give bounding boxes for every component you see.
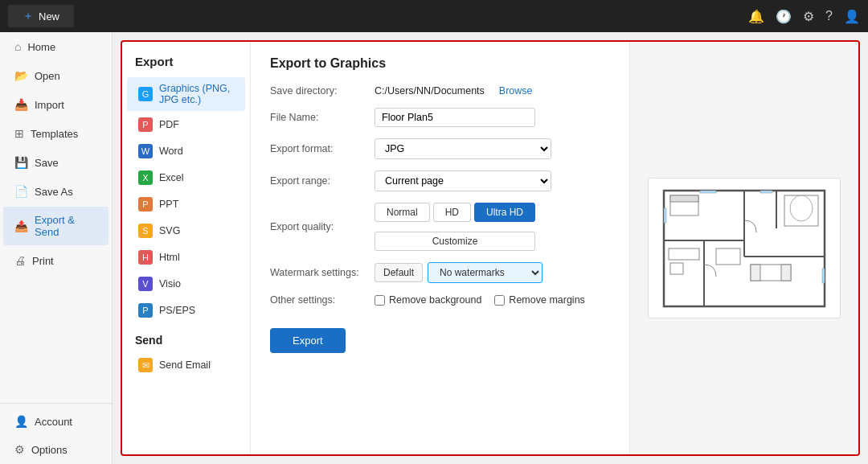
export-format-select[interactable]: JPG PNG BMP GIF TIFF — [375, 138, 551, 159]
ppt-icon: P — [138, 197, 153, 211]
preview-panel — [629, 42, 858, 454]
save-directory-row: Save directory: C:/Users/NN/Documents Br… — [270, 85, 610, 96]
export-nav-label: Html — [159, 252, 180, 263]
sidebar-item-open[interactable]: 📂 Open — [3, 62, 108, 89]
file-name-row: File Name: — [270, 108, 610, 127]
quality-buttons: Normal HD Ultra HD — [375, 203, 535, 222]
print-icon: 🖨 — [14, 254, 26, 267]
sidebar-item-import[interactable]: 📥 Import — [3, 91, 108, 118]
svg-rect-11 — [716, 248, 740, 265]
sidebar-item-label: Account — [35, 416, 72, 428]
clock-icon[interactable]: 🕐 — [776, 9, 792, 24]
svg-rect-18 — [664, 208, 666, 223]
excel-icon: X — [138, 170, 153, 185]
sidebar-item-print[interactable]: 🖨 Print — [3, 247, 108, 274]
svg-rect-10 — [781, 265, 791, 281]
quality-hd-btn[interactable]: HD — [433, 203, 471, 222]
remove-bg-label: Remove background — [389, 294, 481, 306]
visio-icon: V — [138, 277, 153, 291]
sidebar-item-account[interactable]: 👤 Account — [3, 408, 108, 435]
other-settings-label: Other settings: — [270, 294, 366, 306]
export-nav-word[interactable]: W Word — [127, 138, 245, 164]
other-settings-row: Other settings: Remove background Remove… — [270, 294, 610, 306]
export-icon: 📤 — [14, 220, 28, 232]
open-icon: 📂 — [14, 69, 28, 82]
svg-rect-9 — [751, 265, 760, 281]
export-nav-svg[interactable]: S SVG — [127, 218, 245, 244]
file-name-label: File Name: — [270, 112, 366, 123]
svg-icon: S — [138, 224, 153, 238]
export-format-label: Export format: — [270, 143, 366, 154]
user-icon[interactable]: 👤 — [844, 9, 860, 24]
watermark-label: Watermark settings: — [270, 267, 366, 278]
customize-btn[interactable]: Customize — [375, 232, 535, 251]
options-icon: ⚙ — [14, 443, 25, 456]
export-nav-title: Export — [122, 50, 250, 76]
export-nav-label: Send Email — [159, 359, 211, 371]
export-range-row: Export range: Current page All pages Sel… — [270, 170, 610, 191]
sidebar-item-save-as[interactable]: 📄 Save As — [3, 178, 108, 205]
export-nav-visio[interactable]: V Visio — [127, 271, 245, 297]
html-icon: H — [138, 250, 153, 265]
sidebar-item-label: Export & Send — [35, 214, 97, 238]
templates-icon: ⊞ — [14, 127, 24, 140]
sidebar-item-label: Open — [35, 70, 60, 82]
export-main: Export to Graphics Save directory: C:/Us… — [251, 42, 629, 454]
svg-rect-17 — [760, 191, 772, 193]
export-nav-html[interactable]: H Html — [127, 244, 245, 270]
preview-box — [648, 178, 841, 318]
export-nav-pdf[interactable]: P PDF — [127, 112, 245, 138]
svg-point-13 — [790, 195, 813, 221]
settings-icon[interactable]: ⚙ — [803, 9, 814, 24]
browse-button[interactable]: Browse — [499, 85, 533, 96]
export-container: Export G Graphics (PNG, JPG etc.) P PDF … — [121, 40, 860, 456]
remove-margins-checkbox[interactable]: Remove margins — [494, 294, 584, 306]
export-button[interactable]: Export — [270, 328, 346, 353]
account-icon: 👤 — [14, 415, 28, 428]
send-section-title: Send — [122, 324, 250, 351]
save-as-icon: 📄 — [14, 185, 28, 198]
sidebar-item-options[interactable]: ⚙ Options — [3, 436, 108, 463]
remove-bg-checkbox[interactable]: Remove background — [375, 294, 481, 306]
main-layout: ⌂ Home 📂 Open 📥 Import ⊞ Templates 💾 Sav… — [0, 32, 868, 464]
top-bar-icons: 🔔 🕐 ⚙ ? 👤 — [748, 9, 860, 24]
file-name-input[interactable] — [375, 108, 535, 127]
floor-plan-preview — [656, 184, 833, 313]
sidebar-item-home[interactable]: ⌂ Home — [3, 33, 108, 60]
watermark-default: Default — [375, 263, 423, 282]
help-icon[interactable]: ? — [825, 9, 833, 23]
sidebar-item-templates[interactable]: ⊞ Templates — [3, 120, 108, 147]
export-nav-label: SVG — [159, 225, 180, 236]
svg-rect-14 — [669, 248, 699, 260]
save-directory-value: C:/Users/NN/Documents — [375, 85, 485, 96]
export-nav-label: Word — [159, 146, 183, 157]
remove-bg-input[interactable] — [375, 295, 385, 306]
remove-margins-label: Remove margins — [509, 294, 584, 306]
export-nav-label: PS/EPS — [159, 305, 195, 316]
export-nav-send-email[interactable]: ✉ Send Email — [127, 352, 245, 378]
sidebar-item-save[interactable]: 💾 Save — [3, 149, 108, 176]
export-nav-pseps[interactable]: P PS/EPS — [127, 298, 245, 323]
quality-normal-btn[interactable]: Normal — [375, 203, 430, 222]
bell-icon[interactable]: 🔔 — [748, 9, 764, 24]
export-nav-excel[interactable]: X Excel — [127, 165, 245, 191]
svg-rect-16 — [700, 191, 716, 193]
export-range-select[interactable]: Current page All pages Selected pages — [375, 170, 551, 191]
sidebar-item-label: Home — [27, 41, 55, 53]
export-nav-ppt[interactable]: P PPT — [127, 191, 245, 217]
sidebar-item-label: Save — [35, 157, 59, 169]
quality-ultrahd-btn[interactable]: Ultra HD — [474, 203, 535, 222]
sidebar-item-label: Import — [35, 99, 64, 111]
remove-margins-input[interactable] — [494, 295, 505, 306]
sidebar: ⌂ Home 📂 Open 📥 Import ⊞ Templates 💾 Sav… — [0, 32, 113, 464]
sidebar-item-label: Options — [31, 444, 68, 456]
export-nav-graphics[interactable]: G Graphics (PNG, JPG etc.) — [127, 77, 245, 111]
sidebar-item-export-send[interactable]: 📤 Export & Send — [3, 207, 108, 245]
watermark-select[interactable]: No watermarks Custom watermark — [428, 262, 542, 283]
plus-icon: ＋ — [23, 9, 34, 23]
sidebar-item-label: Print — [32, 255, 54, 267]
new-button[interactable]: ＋ New — [8, 5, 74, 27]
svg-rect-19 — [822, 269, 825, 283]
sidebar-item-label: Templates — [31, 128, 78, 140]
top-bar: ＋ New 🔔 🕐 ⚙ ? 👤 — [0, 0, 868, 32]
